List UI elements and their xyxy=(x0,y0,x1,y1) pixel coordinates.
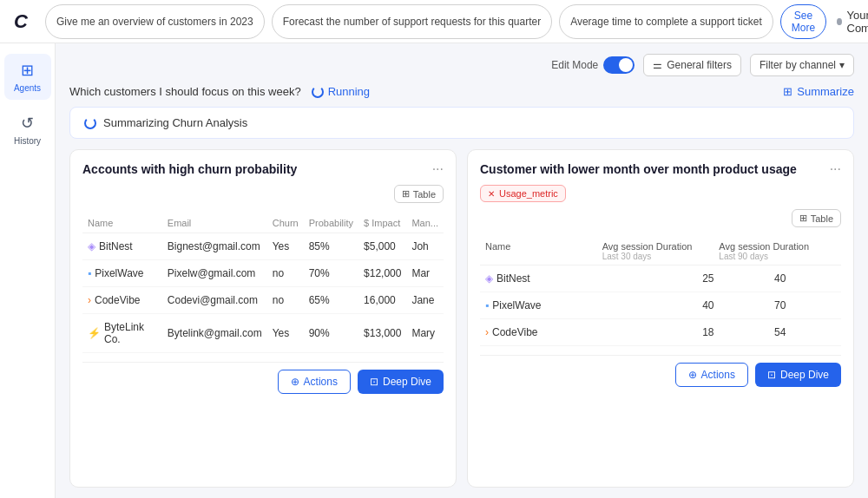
col-email: Email xyxy=(162,213,267,233)
sidebar-item-agents-label: Agents xyxy=(14,83,41,93)
table-toggle-label: Table xyxy=(413,189,436,200)
usage-row-name: › CodeVibe xyxy=(480,319,697,346)
table-grid-icon: ⊞ xyxy=(402,188,410,200)
churn-row-name: ▪ PixelWave xyxy=(82,260,162,287)
usage-row-val2: 54 xyxy=(769,319,841,346)
nav-pill-2[interactable]: Forecast the number of support requests … xyxy=(272,4,552,39)
col-impact: $ Impact xyxy=(358,213,406,233)
churn-row-impact: $13,000 xyxy=(358,314,406,353)
churn-row-manager: Mar xyxy=(406,260,444,287)
churn-row-name: ⚡ ByteLink Co. xyxy=(82,314,162,353)
usage-actions-circle-icon: ⊕ xyxy=(688,369,697,381)
table-row: ▪ PixelWave Pixelw@gmail.com no 70% $12,… xyxy=(82,260,444,287)
card-usage-header: Customer with lower month over month pro… xyxy=(480,162,841,176)
churn-row-email: Bytelink@gmail.com xyxy=(162,314,267,353)
churn-row-probability: 90% xyxy=(304,314,358,353)
card-churn-table-toggle[interactable]: ⊞ Table xyxy=(394,185,444,203)
table-row: › CodeVibe Codevi@gmail.com no 65% 16,00… xyxy=(82,287,444,314)
card-churn-footer: ⊕ Actions ⊡ Deep Dive xyxy=(82,362,444,394)
card-churn-menu[interactable]: ··· xyxy=(432,162,444,176)
company-icon: › xyxy=(485,326,489,338)
query-bar: Which customers I should focus on this w… xyxy=(69,85,854,98)
usage-table: ◈ BitNest 25 40 ▪ PixelWave 40 70 › Code… xyxy=(480,265,841,346)
churn-row-name: ◈ BitNest xyxy=(82,233,162,260)
company-icon: ◈ xyxy=(88,240,95,252)
col-probability: Probability xyxy=(304,213,358,233)
usage-table-toggle-label: Table xyxy=(811,213,833,224)
filter-by-channel-button[interactable]: Filter by channel ▾ xyxy=(750,54,854,76)
nav-pill-1[interactable]: Give me an overview of customers in 2023 xyxy=(45,4,265,39)
filter-icon: ⚌ xyxy=(653,59,662,71)
sidebar-item-agents[interactable]: ⊞ Agents xyxy=(4,54,51,100)
usage-row-val2: 40 xyxy=(769,265,841,292)
company-icon: ▪ xyxy=(485,299,489,311)
usage-deep-dive-button[interactable]: ⊡ Deep Dive xyxy=(755,363,841,387)
company-selector[interactable]: Your Company ▾ xyxy=(837,9,868,35)
usage-col1: Avg session Duration Last 30 days xyxy=(602,241,720,261)
company-icon: ▪ xyxy=(88,267,91,279)
general-filters-label: General filters xyxy=(667,59,732,71)
top-nav: C Give me an overview of customers in 20… xyxy=(0,0,868,43)
churn-row-churn: Yes xyxy=(267,233,304,260)
spinning-icon xyxy=(312,86,324,98)
summarizing-spinner xyxy=(84,117,96,129)
query-text: Which customers I should focus on this w… xyxy=(69,85,301,98)
card-usage-footer: ⊕ Actions ⊡ Deep Dive xyxy=(480,355,841,387)
nav-pills: Give me an overview of customers in 2023… xyxy=(45,4,826,39)
usage-actions-label: Actions xyxy=(701,369,735,381)
sidebar-item-history[interactable]: ↺ History xyxy=(4,107,51,153)
card-usage-table-toggle[interactable]: ⊞ Table xyxy=(792,209,841,227)
usage-row-val1: 40 xyxy=(697,292,769,319)
general-filters-button[interactable]: ⚌ General filters xyxy=(643,54,741,76)
churn-row-probability: 65% xyxy=(304,287,358,314)
nav-pill-3[interactable]: Average time to complete a support ticke… xyxy=(559,4,773,39)
company-icon: ⚡ xyxy=(88,327,101,339)
churn-row-impact: 16,000 xyxy=(358,287,406,314)
see-more-button[interactable]: See More xyxy=(780,4,826,39)
filter-channel-label: Filter by channel xyxy=(760,59,836,71)
summarizing-text: Summarizing Churn Analysis xyxy=(103,116,247,129)
churn-actions-button[interactable]: ⊕ Actions xyxy=(278,370,351,394)
churn-row-probability: 70% xyxy=(304,260,358,287)
x-icon[interactable]: ✕ xyxy=(488,189,495,199)
table-row: ◈ BitNest 25 40 xyxy=(480,265,841,292)
table-row: ⚡ ByteLink Co. Bytelink@gmail.com Yes 90… xyxy=(82,314,444,353)
churn-row-churn: no xyxy=(267,260,304,287)
usage-col-name: Name xyxy=(485,241,602,261)
table-row: ◈ BitNest Bignest@gmail.com Yes 85% $5,0… xyxy=(82,233,444,260)
usage-row-val2: 70 xyxy=(769,292,841,319)
summarize-button[interactable]: ⊞ Summarize xyxy=(783,85,854,98)
running-label: Running xyxy=(328,85,370,98)
company-name: Your Company xyxy=(847,9,869,35)
table-row: › CodeVibe 18 54 xyxy=(480,319,841,346)
churn-row-email: Codevi@gmail.com xyxy=(162,287,267,314)
deep-dive-label: Deep Dive xyxy=(383,376,431,388)
cards-container: Accounts with high churn probability ···… xyxy=(69,149,854,488)
churn-row-churn: no xyxy=(267,287,304,314)
card-usage: Customer with lower month over month pro… xyxy=(467,149,854,488)
churn-table: Name Email Churn Probability $ Impact Ma… xyxy=(82,213,444,353)
summarizing-bar: Summarizing Churn Analysis xyxy=(69,107,854,139)
churn-row-impact: $5,000 xyxy=(358,233,406,260)
usage-deep-dive-label: Deep Dive xyxy=(780,369,829,381)
card-usage-menu[interactable]: ··· xyxy=(830,162,841,176)
card-usage-title: Customer with lower month over month pro… xyxy=(480,162,830,176)
usage-deep-dive-icon: ⊡ xyxy=(767,369,776,381)
card-churn-header: Accounts with high churn probability ··· xyxy=(82,162,444,176)
col-churn: Churn xyxy=(267,213,304,233)
usage-actions-button[interactable]: ⊕ Actions xyxy=(675,363,748,387)
churn-row-email: Bignest@gmail.com xyxy=(162,233,267,260)
churn-row-manager: Jane xyxy=(406,287,444,314)
chevron-down-channel-icon: ▾ xyxy=(839,59,845,71)
usage-row-name: ◈ BitNest xyxy=(480,265,697,292)
metric-tag-wrap: ✕ Usage_metric xyxy=(480,185,841,209)
churn-deep-dive-button[interactable]: ⊡ Deep Dive xyxy=(358,370,444,394)
content-area: Edit Mode ⚌ General filters Filter by ch… xyxy=(56,43,868,498)
edit-mode-toggle[interactable] xyxy=(603,56,635,74)
company-icon: › xyxy=(88,294,91,306)
running-badge: Running xyxy=(312,85,370,98)
summarize-grid-icon: ⊞ xyxy=(783,85,792,98)
toolbar: Edit Mode ⚌ General filters Filter by ch… xyxy=(69,54,854,76)
metric-tag: ✕ Usage_metric xyxy=(480,185,566,202)
company-icon: ◈ xyxy=(485,272,493,285)
